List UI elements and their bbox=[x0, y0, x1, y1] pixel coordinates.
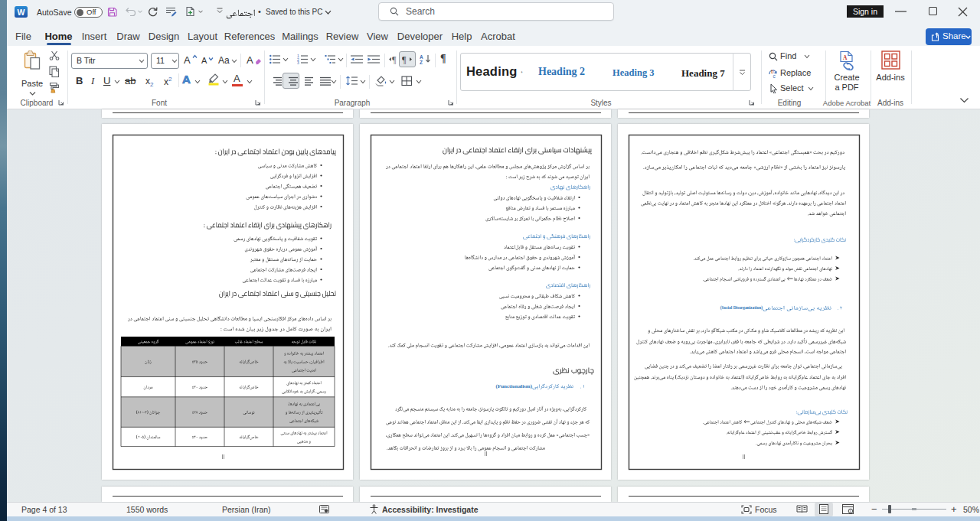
svg-text:i: i bbox=[850, 509, 851, 513]
svg-text:(Social Disorganization): (Social Disorganization) bbox=[720, 305, 763, 311]
svg-text:W: W bbox=[18, 8, 25, 17]
svg-text:3: 3 bbox=[297, 60, 299, 64]
svg-text:c: c bbox=[773, 73, 776, 79]
svg-text:A: A bbox=[843, 54, 848, 61]
svg-text:Z: Z bbox=[420, 60, 423, 64]
svg-text:¶: ¶ bbox=[402, 54, 407, 64]
svg-text:¶: ¶ bbox=[392, 54, 397, 64]
svg-text:(Functionalism): (Functionalism) bbox=[496, 383, 533, 389]
svg-text:A: A bbox=[420, 54, 423, 60]
